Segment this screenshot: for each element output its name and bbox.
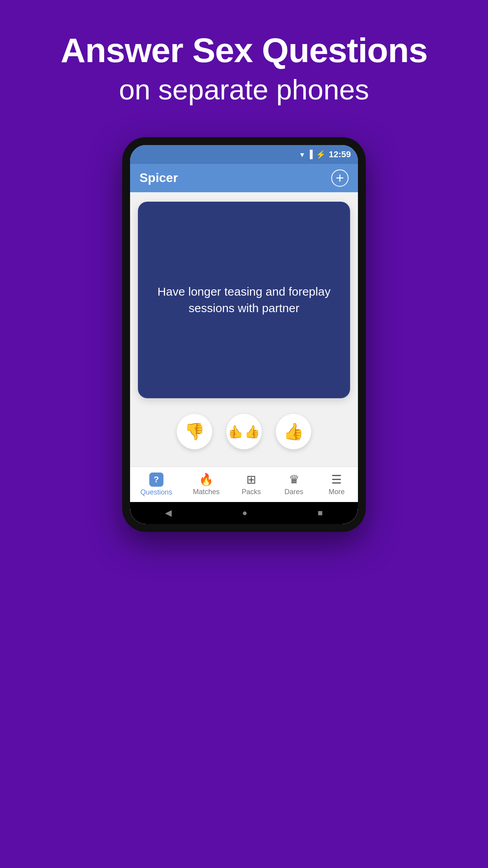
nav-item-packs[interactable]: ⊞ Packs [236,469,267,499]
status-bar: ▾ ▐ ⚡ 12:59 [130,145,358,164]
nav-label-matches: Matches [193,488,220,496]
question-card: Have longer teasing and foreplay session… [138,202,350,398]
bottom-navigation: ? Questions 🔥 Matches ⊞ Packs ♛ Dares ☰ … [130,467,358,502]
time-display: 12:59 [329,149,351,160]
dislike-icon: 👎 [184,422,205,441]
phone-mockup: ▾ ▐ ⚡ 12:59 Spicer + Have longer teasing… [122,137,366,532]
back-button[interactable]: ◀ [165,508,172,518]
signal-icon: ▐ [307,150,313,159]
like-icon: 👍 [283,422,304,441]
add-button[interactable]: + [331,169,349,187]
dares-icon: ♛ [289,473,299,486]
wifi-icon: ▾ [300,150,304,159]
matches-icon: 🔥 [199,473,213,486]
recents-button[interactable]: ■ [317,508,323,518]
nav-label-more: More [328,488,345,496]
questions-icon-wrapper: ? [149,473,163,487]
packs-icon: ⊞ [246,473,256,486]
android-navbar: ◀ ● ■ [130,502,358,524]
nav-item-matches[interactable]: 🔥 Matches [188,469,224,499]
nav-label-dares: Dares [284,488,303,496]
action-buttons-row: 👎 👍 👍 👍 [177,414,311,449]
header-title: Answer Sex Questions [61,31,427,70]
nav-label-questions: Questions [140,488,172,497]
app-bar: Spicer + [130,164,358,192]
question-text: Have longer teasing and foreplay session… [150,283,338,316]
questions-badge: ? [149,473,163,487]
nav-item-dares[interactable]: ♛ Dares [278,469,310,499]
more-icon: ☰ [331,473,342,486]
maybe-icon: 👍 👍 [228,424,260,439]
dislike-button[interactable]: 👎 [177,414,212,449]
nav-item-questions[interactable]: ? Questions [136,469,177,500]
header-text: Answer Sex Questions on separate phones [61,31,427,106]
app-title: Spicer [139,171,178,185]
home-button[interactable]: ● [242,508,247,518]
plus-icon: + [336,171,344,185]
nav-item-more[interactable]: ☰ More [321,469,352,499]
nav-label-packs: Packs [242,488,261,496]
phone-screen: ▾ ▐ ⚡ 12:59 Spicer + Have longer teasing… [130,145,358,524]
maybe-button[interactable]: 👍 👍 [226,414,262,449]
header-subtitle: on separate phones [61,74,427,106]
content-area: Have longer teasing and foreplay session… [130,192,358,467]
like-button[interactable]: 👍 [276,414,311,449]
battery-icon: ⚡ [316,150,326,159]
